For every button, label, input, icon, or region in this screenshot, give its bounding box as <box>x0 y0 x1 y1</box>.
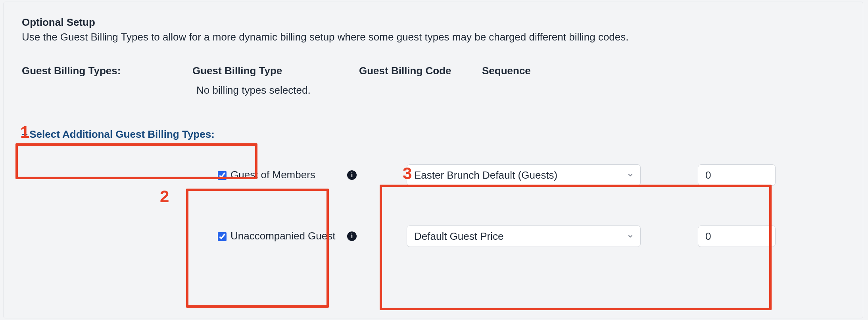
guest-of-members-label: Guest of Members <box>230 168 315 182</box>
guest-of-members-checkbox[interactable] <box>218 171 227 180</box>
billing-code-value: Easter Brunch Default (Guests) <box>414 169 557 181</box>
column-header-guest-billing-code: Guest Billing Code <box>359 65 482 77</box>
chevron-down-icon <box>627 230 634 243</box>
sequence-value: 0 <box>705 230 711 243</box>
settings-card: Optional Setup Use the Guest Billing Typ… <box>3 2 863 318</box>
unaccompanied-guest-checkbox[interactable] <box>218 232 227 241</box>
billing-code-select-guest-of-members[interactable]: Easter Brunch Default (Guests) <box>407 164 641 186</box>
column-header-sequence: Sequence <box>482 65 581 77</box>
billing-code-select-unaccompanied-guest[interactable]: Default Guest Price <box>407 226 641 247</box>
guest-type-row: Unaccompanied Guest i Default Guest Pric… <box>22 222 845 250</box>
plus-icon: + <box>22 128 28 141</box>
column-header-guest-billing-types: Guest Billing Types: <box>22 65 192 77</box>
empty-state-text: No billing types selected. <box>196 84 845 96</box>
select-additional-guest-billing-types-button[interactable]: + Select Additional Guest Billing Types: <box>22 127 215 141</box>
add-link-label: Select Additional Guest Billing Types: <box>29 128 215 141</box>
info-icon[interactable]: i <box>347 231 357 241</box>
column-header-guest-billing-type: Guest Billing Type <box>192 65 359 77</box>
section-description: Use the Guest Billing Types to allow for… <box>22 31 845 43</box>
guest-type-row: Guest of Members i Easter Brunch Default… <box>22 161 845 189</box>
sequence-input-unaccompanied-guest[interactable]: 0 <box>698 226 776 247</box>
unaccompanied-guest-label: Unaccompanied Guest <box>230 229 335 243</box>
sequence-value: 0 <box>705 169 711 181</box>
section-title: Optional Setup <box>22 16 845 29</box>
sequence-input-guest-of-members[interactable]: 0 <box>698 164 776 186</box>
billing-code-value: Default Guest Price <box>414 230 503 243</box>
info-icon[interactable]: i <box>347 170 357 180</box>
chevron-down-icon <box>627 169 634 181</box>
